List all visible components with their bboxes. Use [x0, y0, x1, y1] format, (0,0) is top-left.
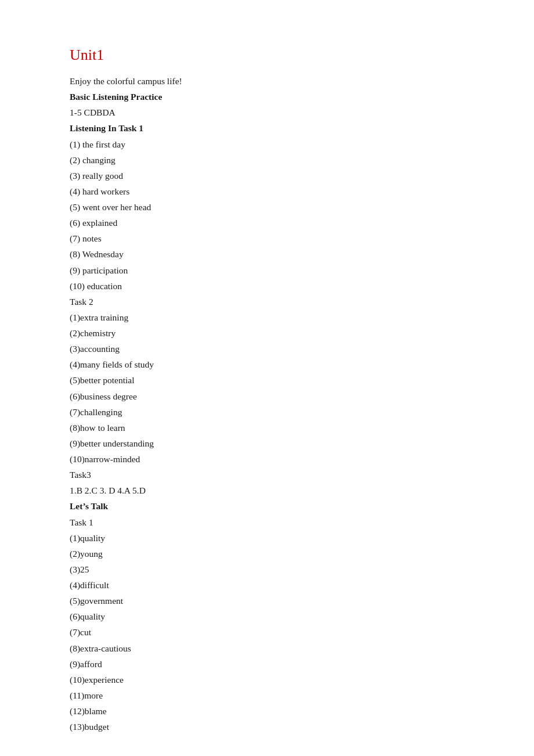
content-line: (4) hard workers — [70, 183, 464, 199]
content-line: Enjoy the colorful campus life! — [70, 73, 464, 89]
unit-title: Unit1 — [70, 46, 464, 64]
content-line: (3)accounting — [70, 341, 464, 357]
content-line: (9) participation — [70, 262, 464, 278]
content-line: (5) went over her head — [70, 199, 464, 215]
content-line: (6)quality — [70, 609, 464, 624]
content-line: (8)how to learn — [70, 420, 464, 435]
content-line: (13)budget — [70, 719, 464, 735]
content-line: (5)government — [70, 593, 464, 609]
content-line: Basic Listening Practice — [70, 89, 464, 105]
content-line: (6) explained — [70, 215, 464, 231]
content-line: (8) Wednesday — [70, 246, 464, 262]
content-block: Enjoy the colorful campus life!Basic Lis… — [70, 73, 464, 735]
content-line: Task 1 — [70, 514, 464, 530]
content-line: (1)quality — [70, 530, 464, 546]
content-line: (12)blame — [70, 703, 464, 719]
content-line: (9)better understanding — [70, 435, 464, 451]
content-line: (2)young — [70, 546, 464, 561]
content-line: (2)chemistry — [70, 325, 464, 341]
content-line: (6)business degree — [70, 388, 464, 404]
content-line: (7)cut — [70, 624, 464, 640]
content-line: (1)extra training — [70, 309, 464, 325]
content-line: (7) notes — [70, 231, 464, 246]
content-line: Let’s Talk — [70, 498, 464, 514]
content-line: (3)25 — [70, 561, 464, 577]
content-line: (7)challenging — [70, 404, 464, 420]
content-line: (4)many fields of study — [70, 357, 464, 372]
content-line: (11)more — [70, 687, 464, 703]
content-line: (1) the first day — [70, 136, 464, 152]
content-line: Task 2 — [70, 294, 464, 309]
page-container: Unit1 Enjoy the colorful campus life!Bas… — [0, 0, 534, 756]
content-line: (10)experience — [70, 672, 464, 687]
content-line: (4)difficult — [70, 577, 464, 593]
content-line: 1.B 2.C 3. D 4.A 5.D — [70, 483, 464, 498]
content-line: (10)narrow-minded — [70, 451, 464, 467]
content-line: (3) really good — [70, 168, 464, 183]
content-line: (9)afford — [70, 656, 464, 672]
content-line: (10) education — [70, 278, 464, 294]
content-line: (8)extra-cautious — [70, 640, 464, 656]
content-line: Listening In Task 1 — [70, 120, 464, 136]
content-line: Task3 — [70, 467, 464, 483]
content-line: (2) changing — [70, 152, 464, 168]
content-line: 1-5 CDBDA — [70, 105, 464, 120]
content-line: (5)better potential — [70, 372, 464, 388]
